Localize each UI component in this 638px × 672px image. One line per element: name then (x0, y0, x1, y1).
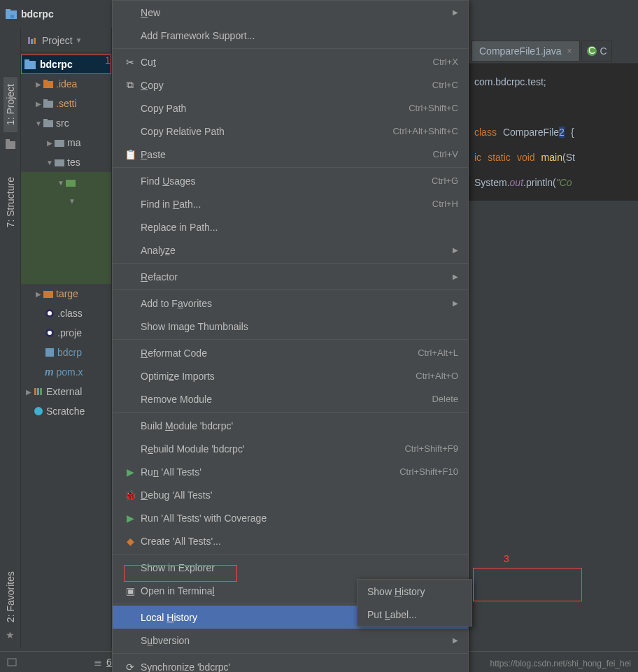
svg-rect-26 (37, 388, 39, 395)
expand-icon[interactable] (34, 100, 43, 108)
tree-external[interactable]: External (21, 382, 111, 401)
tree-item[interactable] (21, 172, 111, 193)
menu-new[interactable]: New▶ (113, 1, 468, 24)
tree-src[interactable]: src (21, 113, 111, 133)
menu-explorer[interactable]: Show in Explorer (113, 556, 468, 579)
tree-root-bdcrpc[interactable]: bdcrpc (21, 55, 111, 74)
tool-window-tabs: 1: Project 7: Structure 2: Favorites ★ (0, 28, 21, 648)
menu-add-framework[interactable]: Add Framework Support... (113, 24, 468, 47)
breadcrumb-root[interactable]: bdcrpc (21, 8, 54, 20)
annotation-3: 3 (504, 553, 509, 564)
menu-reformat[interactable]: Reformat CodeCtrl+Alt+L (113, 341, 468, 364)
chevron-down-icon: ▼ (76, 36, 83, 44)
paste-icon: 📋 (122, 149, 138, 160)
expand-icon[interactable] (24, 388, 34, 396)
svg-rect-16 (55, 140, 64, 147)
collapse-icon[interactable] (67, 197, 77, 205)
tab-project[interactable]: 1: Project (3, 77, 17, 132)
menu-paste[interactable]: 📋PasteCtrl+V (113, 143, 468, 166)
menu-favorites[interactable]: Add to Favorites▶ (113, 292, 468, 315)
annotation-1: 1 (105, 55, 111, 66)
close-icon[interactable]: × (567, 46, 572, 56)
editor-panel: CompareFile1.java × C C com.bdcrpc.test;… (469, 38, 638, 201)
svg-rect-11 (43, 80, 48, 81)
folder-icon (43, 119, 53, 127)
menu-separator (113, 339, 468, 340)
menu-separator (113, 289, 468, 290)
menu-cut[interactable]: ✂CutCtrl+X (113, 50, 468, 73)
expand-icon[interactable] (34, 80, 43, 88)
run-icon: ▶ (122, 466, 138, 478)
project-view-selector[interactable]: Project ▼ (21, 28, 111, 53)
tree-scratches[interactable]: Scratche (21, 401, 111, 421)
tree-settings[interactable]: .setti (21, 94, 111, 113)
tree-tes[interactable]: tes (21, 152, 111, 172)
menu-remove[interactable]: Remove ModuleDelete (113, 387, 468, 410)
menu-sync[interactable]: ⟳Synchronize 'bdcrpc' (113, 655, 468, 672)
menu-subversion[interactable]: Subversion▶ (113, 629, 468, 652)
menu-build[interactable]: Build Module 'bdcrpc' (113, 414, 468, 437)
svg-point-28 (34, 407, 43, 415)
collapse-icon[interactable] (34, 120, 43, 127)
project-tree: bdcrpc .idea .setti src ma tes targe .cl… (21, 53, 111, 422)
expand-icon[interactable] (34, 290, 43, 298)
menu-replace-path[interactable]: Replace in Path... (113, 215, 468, 238)
menu-create-tests[interactable]: ◆Create 'All Tests'... (113, 529, 468, 552)
code-area[interactable]: com.bdcrpc.test; class CompareFile2 { ic… (469, 64, 638, 201)
menu-copy-path[interactable]: Copy PathCtrl+Shift+C (113, 96, 468, 120)
submenu-show-history[interactable]: Show History (357, 580, 472, 603)
svg-rect-10 (43, 81, 53, 88)
menu-rebuild[interactable]: Rebuild Module 'bdcrpc'Ctrl+Shift+F9 (113, 437, 468, 460)
project-tree-panel: Project ▼ bdcrpc .idea .setti src ma tes… (21, 28, 112, 648)
folder-icon (43, 80, 53, 88)
module-icon (24, 59, 36, 69)
tree-ma[interactable]: ma (21, 133, 111, 152)
project-view-icon (27, 35, 38, 46)
menu-debug[interactable]: 🐞Debug 'All Tests' (113, 483, 468, 506)
scratches-icon (34, 406, 43, 416)
tab-favorites[interactable]: 2: Favorites (3, 564, 17, 629)
svg-rect-6 (31, 39, 33, 44)
star-icon: ★ (6, 629, 15, 641)
menu-analyze[interactable]: Analyze▶ (113, 238, 468, 262)
folder-tab-icon (6, 139, 15, 149)
tab-label: CompareFile1.java (479, 45, 562, 57)
local-history-submenu: Show History Put Label... (357, 579, 472, 627)
tree-item[interactable] (21, 193, 111, 284)
tree-pom[interactable]: mpom.x (21, 362, 111, 382)
menu-copy[interactable]: ⧉CopyCtrl+C (113, 73, 468, 96)
module-icon (45, 348, 55, 357)
menu-coverage[interactable]: ▶Run 'All Tests' with Coverage (113, 506, 468, 529)
tree-target[interactable]: targe (21, 284, 111, 303)
menu-separator (113, 263, 468, 264)
editor-tab-next[interactable]: C C (581, 41, 612, 62)
collapse-icon[interactable] (45, 159, 55, 166)
cut-icon: ✂ (122, 57, 138, 68)
editor-tabs: CompareFile1.java × C C (469, 38, 638, 64)
tree-idea[interactable]: .idea (21, 74, 111, 94)
tree-classpath[interactable]: .class (21, 303, 111, 323)
editor-tab[interactable]: CompareFile1.java × (472, 41, 580, 62)
svg-point-23 (48, 331, 52, 335)
context-menu: New▶ Add Framework Support... ✂CutCtrl+X… (112, 0, 469, 672)
menu-separator (113, 167, 468, 168)
menu-optimize[interactable]: Optimize ImportsCtrl+Alt+O (113, 364, 468, 387)
menu-refactor[interactable]: Refactor▶ (113, 265, 468, 288)
menu-copy-rel-path[interactable]: Copy Relative PathCtrl+Alt+Shift+C (113, 120, 468, 143)
menu-thumbnails[interactable]: Show Image Thumbnails (113, 315, 468, 338)
submenu-put-label[interactable]: Put Label... (357, 603, 472, 626)
menu-find-usages[interactable]: Find UsagesCtrl+G (113, 169, 468, 192)
window-icon[interactable] (7, 657, 17, 667)
svg-rect-17 (55, 159, 64, 166)
menu-find-path[interactable]: Find in Path...Ctrl+H (113, 192, 468, 215)
svg-rect-7 (34, 38, 36, 44)
menu-run[interactable]: ▶Run 'All Tests'Ctrl+Shift+F10 (113, 460, 468, 483)
collapse-icon[interactable] (56, 179, 66, 187)
svg-rect-18 (66, 180, 76, 187)
tab-structure[interactable]: 7: Structure (3, 170, 17, 234)
expand-icon[interactable] (45, 139, 55, 147)
tree-project-file[interactable]: .proje (21, 323, 111, 343)
tree-iml[interactable]: bdcrp (21, 343, 111, 362)
svg-rect-24 (45, 348, 54, 357)
svg-rect-12 (43, 101, 53, 108)
